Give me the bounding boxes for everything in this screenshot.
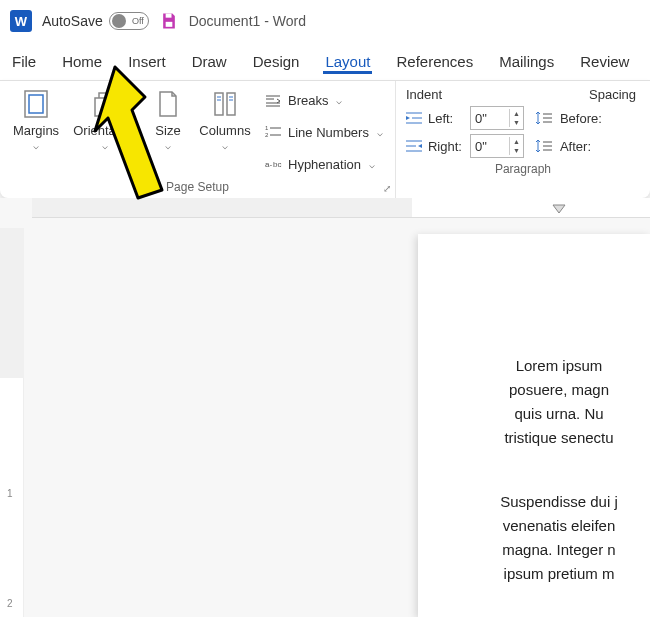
chevron-down-icon: ⌵: [336, 95, 342, 106]
chevron-down-icon: ⌵: [369, 159, 375, 170]
size-icon: [151, 87, 185, 121]
indent-left-input[interactable]: 0" ▲▼: [470, 106, 524, 130]
autosave-label: AutoSave: [42, 13, 103, 29]
spacing-before-icon: [534, 109, 554, 127]
page-setup-dialog-launcher[interactable]: ⤢: [383, 183, 391, 194]
indent-right-label: Right:: [428, 139, 466, 154]
size-button[interactable]: Size ⌵: [146, 87, 190, 178]
ribbon: Margins ⌵ Orientation ⌵ Size ⌵: [0, 80, 650, 198]
svg-text:bc: bc: [273, 160, 281, 169]
columns-icon: [208, 87, 242, 121]
indent-right-input[interactable]: 0" ▲▼: [470, 134, 524, 158]
line-numbers-icon: 12: [264, 123, 282, 141]
titlebar: W AutoSave Off Document1 - Word: [0, 0, 650, 42]
chevron-down-icon: ⌵: [33, 140, 39, 151]
tab-draw[interactable]: Draw: [190, 49, 229, 74]
first-line-indent-marker[interactable]: [552, 204, 566, 216]
indent-left-label: Left:: [428, 111, 466, 126]
tab-design[interactable]: Design: [251, 49, 302, 74]
margins-button[interactable]: Margins ⌵: [8, 87, 64, 178]
workspace: 1 1 2 Lorem ipsum posuere, magn quis urn…: [0, 198, 650, 617]
spinner-down-icon[interactable]: ▼: [510, 118, 523, 127]
spacing-header: Spacing: [589, 87, 640, 102]
svg-text:2: 2: [265, 132, 269, 138]
svg-rect-1: [165, 22, 172, 27]
horizontal-ruler[interactable]: 1: [32, 198, 650, 218]
svg-text:1: 1: [265, 125, 269, 131]
orientation-icon: [88, 87, 122, 121]
chevron-down-icon: ⌵: [165, 140, 171, 151]
group-label-page-setup: Page Setup: [8, 178, 387, 196]
orientation-button[interactable]: Orientation ⌵: [70, 87, 140, 178]
spinner-down-icon[interactable]: ▼: [510, 146, 523, 155]
margins-icon: [19, 87, 53, 121]
svg-rect-6: [215, 93, 223, 115]
tab-layout[interactable]: Layout: [323, 49, 372, 74]
svg-rect-5: [95, 98, 109, 116]
spacing-after-label: After:: [558, 139, 606, 154]
paragraph-2: Suspendisse dui j venenatis eleifen magn…: [468, 490, 650, 586]
ribbon-tabs: File Home Insert Draw Design Layout Refe…: [0, 42, 650, 80]
group-paragraph: Indent Spacing Left: 0" ▲▼ Before:: [396, 81, 650, 198]
breaks-button[interactable]: Breaks ⌵: [260, 89, 387, 113]
spacing-after-icon: [534, 137, 554, 155]
indent-right-icon: [404, 137, 424, 155]
tab-review[interactable]: Review: [578, 49, 631, 74]
group-page-setup: Margins ⌵ Orientation ⌵ Size ⌵: [0, 81, 396, 198]
tab-mailings[interactable]: Mailings: [497, 49, 556, 74]
spacing-before-label: Before:: [558, 111, 606, 126]
hyphenation-button[interactable]: a-bc Hyphenation ⌵: [260, 152, 387, 176]
svg-text:a-: a-: [265, 160, 272, 169]
document-page[interactable]: Lorem ipsum posuere, magn quis urna. Nu …: [418, 234, 650, 617]
autosave-toggle[interactable]: AutoSave Off: [42, 12, 149, 30]
svg-rect-3: [29, 95, 43, 113]
svg-rect-0: [165, 14, 171, 18]
tab-home[interactable]: Home: [60, 49, 104, 74]
paragraph-1: Lorem ipsum posuere, magn quis urna. Nu …: [468, 354, 650, 450]
svg-rect-7: [227, 93, 235, 115]
hyphenation-icon: a-bc: [264, 155, 282, 173]
indent-left-icon: [404, 109, 424, 127]
group-label-paragraph: Paragraph: [404, 160, 642, 178]
tab-file[interactable]: File: [10, 49, 38, 74]
word-app-icon: W: [10, 10, 32, 32]
document-title: Document1 - Word: [189, 13, 306, 29]
line-numbers-button[interactable]: 12 Line Numbers ⌵: [260, 120, 387, 144]
vertical-ruler[interactable]: 1 2: [0, 228, 24, 617]
chevron-down-icon: ⌵: [102, 140, 108, 151]
indent-header: Indent: [406, 87, 442, 102]
chevron-down-icon: ⌵: [377, 127, 383, 138]
breaks-icon: [264, 92, 282, 110]
tab-references[interactable]: References: [394, 49, 475, 74]
chevron-down-icon: ⌵: [222, 140, 228, 151]
spinner-up-icon[interactable]: ▲: [510, 109, 523, 118]
toggle-switch[interactable]: Off: [109, 12, 149, 30]
save-icon[interactable]: [159, 11, 179, 31]
tab-insert[interactable]: Insert: [126, 49, 168, 74]
spinner-up-icon[interactable]: ▲: [510, 137, 523, 146]
columns-button[interactable]: Columns ⌵: [196, 87, 254, 178]
